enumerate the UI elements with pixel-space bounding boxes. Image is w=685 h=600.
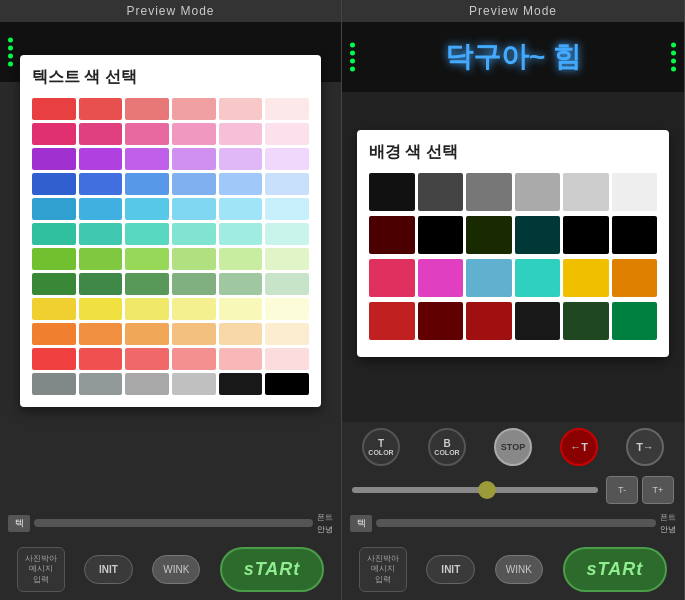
text-color-swatch-7-5[interactable] bbox=[265, 273, 309, 295]
text-color-swatch-0-0[interactable] bbox=[32, 98, 76, 120]
speed-slider-track[interactable] bbox=[352, 487, 598, 493]
text-color-swatch-3-2[interactable] bbox=[125, 173, 169, 195]
text-color-swatch-4-2[interactable] bbox=[125, 198, 169, 220]
text-color-swatch-1-0[interactable] bbox=[32, 123, 76, 145]
text-color-swatch-7-4[interactable] bbox=[219, 273, 263, 295]
text-color-swatch-1-5[interactable] bbox=[265, 123, 309, 145]
bg-color-swatch-2-1[interactable] bbox=[418, 259, 464, 297]
text-color-swatch-1-4[interactable] bbox=[219, 123, 263, 145]
text-color-swatch-8-5[interactable] bbox=[265, 298, 309, 320]
text-color-swatch-3-4[interactable] bbox=[219, 173, 263, 195]
text-color-swatch-8-4[interactable] bbox=[219, 298, 263, 320]
text-color-swatch-0-5[interactable] bbox=[265, 98, 309, 120]
bg-color-swatch-0-5[interactable] bbox=[612, 173, 658, 211]
text-color-swatch-9-5[interactable] bbox=[265, 323, 309, 345]
text-color-swatch-9-3[interactable] bbox=[172, 323, 216, 345]
text-color-swatch-10-3[interactable] bbox=[172, 348, 216, 370]
text-color-swatch-6-4[interactable] bbox=[219, 248, 263, 270]
text-color-swatch-10-2[interactable] bbox=[125, 348, 169, 370]
text-color-swatch-7-1[interactable] bbox=[79, 273, 123, 295]
bg-color-swatch-1-5[interactable] bbox=[612, 216, 658, 254]
text-color-swatch-2-1[interactable] bbox=[79, 148, 123, 170]
right-wink-button[interactable]: WINK bbox=[495, 555, 543, 584]
bg-color-swatch-2-3[interactable] bbox=[515, 259, 561, 297]
text-color-swatch-2-5[interactable] bbox=[265, 148, 309, 170]
bg-color-swatch-1-0[interactable] bbox=[369, 216, 415, 254]
text-color-swatch-3-0[interactable] bbox=[32, 173, 76, 195]
text-color-swatch-1-3[interactable] bbox=[172, 123, 216, 145]
text-color-swatch-5-1[interactable] bbox=[79, 223, 123, 245]
left-start-button[interactable]: sTARt bbox=[220, 547, 325, 592]
text-color-swatch-3-1[interactable] bbox=[79, 173, 123, 195]
bg-color-swatch-0-0[interactable] bbox=[369, 173, 415, 211]
right-photo-button[interactable]: 사진박아메시지입력 bbox=[359, 547, 407, 592]
left-wink-button[interactable]: WINK bbox=[152, 555, 200, 584]
left-photo-button[interactable]: 사진박아메시지입력 bbox=[17, 547, 65, 592]
bg-color-swatch-3-0[interactable] bbox=[369, 302, 415, 340]
text-color-swatch-8-1[interactable] bbox=[79, 298, 123, 320]
text-color-swatch-3-5[interactable] bbox=[265, 173, 309, 195]
text-color-swatch-1-1[interactable] bbox=[79, 123, 123, 145]
bg-color-swatch-2-4[interactable] bbox=[563, 259, 609, 297]
text-color-swatch-7-2[interactable] bbox=[125, 273, 169, 295]
bg-color-swatch-0-1[interactable] bbox=[418, 173, 464, 211]
text-color-swatch-9-0[interactable] bbox=[32, 323, 76, 345]
text-color-swatch-4-1[interactable] bbox=[79, 198, 123, 220]
text-color-swatch-0-4[interactable] bbox=[219, 98, 263, 120]
text-color-swatch-5-2[interactable] bbox=[125, 223, 169, 245]
text-color-swatch-11-0[interactable] bbox=[32, 373, 76, 395]
text-color-swatch-0-3[interactable] bbox=[172, 98, 216, 120]
text-color-swatch-1-2[interactable] bbox=[125, 123, 169, 145]
text-color-swatch-11-5[interactable] bbox=[265, 373, 309, 395]
text-color-swatch-5-0[interactable] bbox=[32, 223, 76, 245]
text-color-swatch-8-0[interactable] bbox=[32, 298, 76, 320]
text-color-swatch-9-1[interactable] bbox=[79, 323, 123, 345]
text-color-swatch-11-4[interactable] bbox=[219, 373, 263, 395]
text-color-swatch-11-3[interactable] bbox=[172, 373, 216, 395]
text-color-swatch-4-4[interactable] bbox=[219, 198, 263, 220]
text-color-swatch-2-2[interactable] bbox=[125, 148, 169, 170]
left-init-button[interactable]: INIT bbox=[84, 555, 133, 584]
text-color-swatch-10-4[interactable] bbox=[219, 348, 263, 370]
text-color-swatch-2-3[interactable] bbox=[172, 148, 216, 170]
t-minus-button[interactable]: T- bbox=[606, 476, 638, 504]
text-color-swatch-10-0[interactable] bbox=[32, 348, 76, 370]
text-color-swatch-10-5[interactable] bbox=[265, 348, 309, 370]
text-color-swatch-5-5[interactable] bbox=[265, 223, 309, 245]
text-color-swatch-7-3[interactable] bbox=[172, 273, 216, 295]
text-color-swatch-7-0[interactable] bbox=[32, 273, 76, 295]
bg-color-swatch-1-3[interactable] bbox=[515, 216, 561, 254]
bg-color-swatch-3-1[interactable] bbox=[418, 302, 464, 340]
text-color-swatch-4-5[interactable] bbox=[265, 198, 309, 220]
text-color-swatch-5-4[interactable] bbox=[219, 223, 263, 245]
text-color-swatch-10-1[interactable] bbox=[79, 348, 123, 370]
text-color-swatch-8-3[interactable] bbox=[172, 298, 216, 320]
t-plus-button[interactable]: T+ bbox=[642, 476, 674, 504]
right-init-button[interactable]: INIT bbox=[426, 555, 475, 584]
bg-color-swatch-3-2[interactable] bbox=[466, 302, 512, 340]
text-color-swatch-11-2[interactable] bbox=[125, 373, 169, 395]
speed-slider-thumb[interactable] bbox=[478, 481, 496, 499]
bg-color-swatch-1-2[interactable] bbox=[466, 216, 512, 254]
text-color-swatch-0-2[interactable] bbox=[125, 98, 169, 120]
b-color-button[interactable]: B COLOR bbox=[428, 428, 466, 466]
right-scroll-bar[interactable] bbox=[376, 519, 656, 527]
left-scroll-bar[interactable] bbox=[34, 519, 313, 527]
text-color-swatch-6-5[interactable] bbox=[265, 248, 309, 270]
arrow-right-button[interactable]: T→ bbox=[626, 428, 664, 466]
text-color-swatch-6-2[interactable] bbox=[125, 248, 169, 270]
text-color-swatch-4-3[interactable] bbox=[172, 198, 216, 220]
stop-button[interactable]: STOP bbox=[494, 428, 532, 466]
text-color-swatch-2-4[interactable] bbox=[219, 148, 263, 170]
text-color-swatch-0-1[interactable] bbox=[79, 98, 123, 120]
bg-color-swatch-0-3[interactable] bbox=[515, 173, 561, 211]
bg-color-swatch-3-5[interactable] bbox=[612, 302, 658, 340]
right-start-button[interactable]: sTARt bbox=[563, 547, 668, 592]
text-color-swatch-9-4[interactable] bbox=[219, 323, 263, 345]
text-color-swatch-6-1[interactable] bbox=[79, 248, 123, 270]
text-color-swatch-6-3[interactable] bbox=[172, 248, 216, 270]
text-color-swatch-3-3[interactable] bbox=[172, 173, 216, 195]
text-color-swatch-6-0[interactable] bbox=[32, 248, 76, 270]
bg-color-swatch-3-3[interactable] bbox=[515, 302, 561, 340]
text-color-swatch-8-2[interactable] bbox=[125, 298, 169, 320]
